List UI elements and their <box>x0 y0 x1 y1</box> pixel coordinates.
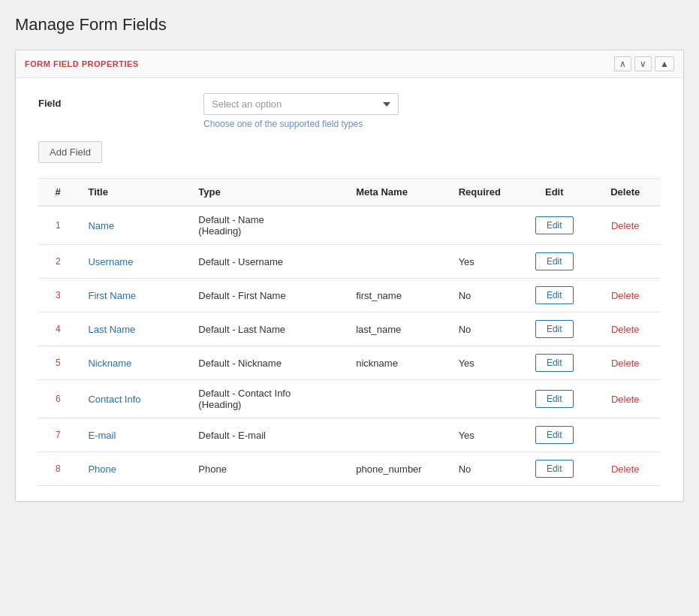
cell-delete: Delete <box>590 346 661 380</box>
delete-button[interactable]: Delete <box>608 321 643 338</box>
panel-title-prefix: FORM FIELD <box>25 59 79 68</box>
cell-edit: Edit <box>519 245 589 279</box>
cell-edit: Edit <box>519 452 589 486</box>
table-row: 4Last NameDefault - Last Namelast_nameNo… <box>38 313 661 346</box>
cell-title: Phone <box>77 452 188 486</box>
panel-header-title: FORM FIELD PROPERTIES <box>25 59 139 68</box>
field-type-select[interactable]: Select an option <box>203 93 399 115</box>
cell-edit: Edit <box>519 346 589 380</box>
page-title: Manage Form Fields <box>15 15 684 35</box>
cell-type: Default - Last Name <box>188 313 345 346</box>
table-body: 1NameDefault - Name(Heading)EditDelete2U… <box>38 206 661 486</box>
add-field-button[interactable]: Add Field <box>38 141 102 163</box>
panel-title-highlight: PROPERTIES <box>79 59 138 68</box>
col-header-edit: Edit <box>519 179 589 206</box>
cell-required <box>448 380 519 418</box>
collapse-down-button[interactable]: ∨ <box>634 56 652 71</box>
cell-delete: Delete <box>590 206 661 245</box>
edit-button[interactable]: Edit <box>535 252 574 270</box>
cell-meta: first_name <box>345 279 447 313</box>
cell-type: Default - Name(Heading) <box>188 206 345 245</box>
table-header-row: # Title Type Meta Name Required Edit Del… <box>38 179 661 206</box>
col-header-delete: Delete <box>590 179 661 206</box>
cell-type: Default - Nickname <box>188 346 345 380</box>
cell-num: 3 <box>38 279 77 313</box>
field-hint: Choose one of the supported field types <box>203 119 661 129</box>
cell-num: 5 <box>38 346 77 380</box>
cell-num: 4 <box>38 313 77 346</box>
delete-button[interactable]: Delete <box>608 217 643 234</box>
field-control-wrap: Select an option Choose one of the suppo… <box>203 93 661 129</box>
cell-required: Yes <box>448 346 519 380</box>
table-row: 6Contact InfoDefault - Contact Info(Head… <box>38 380 661 418</box>
cell-meta: nickname <box>345 346 447 380</box>
cell-edit: Edit <box>519 418 589 452</box>
panel-body: Field Select an option Choose one of the… <box>16 78 683 501</box>
collapse-up-button[interactable]: ∧ <box>614 56 631 71</box>
delete-button[interactable]: Delete <box>608 391 643 408</box>
col-header-required: Required <box>448 179 519 206</box>
col-header-type: Type <box>188 179 345 206</box>
edit-button[interactable]: Edit <box>535 320 574 338</box>
fields-table: # Title Type Meta Name Required Edit Del… <box>38 179 661 486</box>
cell-delete: Delete <box>590 313 661 346</box>
cell-title: First Name <box>77 279 188 313</box>
cell-meta: last_name <box>345 313 447 346</box>
cell-edit: Edit <box>519 380 589 418</box>
table-row: 7E-mailDefault - E-mailYesEdit <box>38 418 661 452</box>
edit-button[interactable]: Edit <box>535 354 574 372</box>
cell-required: Yes <box>448 245 519 279</box>
cell-required: No <box>448 313 519 346</box>
cell-required: No <box>448 452 519 486</box>
expand-button[interactable]: ▲ <box>655 56 674 71</box>
form-fields-panel: FORM FIELD PROPERTIES ∧ ∨ ▲ Field Select… <box>15 50 684 502</box>
table-row: 3First NameDefault - First Namefirst_nam… <box>38 279 661 313</box>
cell-meta <box>345 245 447 279</box>
cell-num: 6 <box>38 380 77 418</box>
cell-meta: phone_number <box>345 452 447 486</box>
table-row: 8PhonePhonephone_numberNoEditDelete <box>38 452 661 486</box>
edit-button[interactable]: Edit <box>535 460 574 478</box>
cell-delete: Delete <box>590 452 661 486</box>
cell-meta <box>345 380 447 418</box>
delete-button[interactable]: Delete <box>608 460 643 478</box>
cell-required: Yes <box>448 418 519 452</box>
col-header-num: # <box>38 179 77 206</box>
cell-delete <box>590 418 661 452</box>
panel-header: FORM FIELD PROPERTIES ∧ ∨ ▲ <box>16 50 683 78</box>
cell-required: No <box>448 279 519 313</box>
table-row: 2UsernameDefault - UsernameYesEdit <box>38 245 661 279</box>
panel-header-controls: ∧ ∨ ▲ <box>614 56 674 71</box>
cell-type: Default - E-mail <box>188 418 345 452</box>
cell-title: Nickname <box>77 346 188 380</box>
cell-title: Contact Info <box>77 380 188 418</box>
cell-type: Phone <box>188 452 345 486</box>
cell-type: Default - First Name <box>188 279 345 313</box>
edit-button[interactable]: Edit <box>535 286 574 304</box>
cell-num: 8 <box>38 452 77 486</box>
cell-meta <box>345 418 447 452</box>
edit-button[interactable]: Edit <box>535 216 574 234</box>
edit-button[interactable]: Edit <box>535 390 574 408</box>
delete-button[interactable]: Delete <box>608 355 643 372</box>
cell-title: E-mail <box>77 418 188 452</box>
cell-edit: Edit <box>519 313 589 346</box>
edit-button[interactable]: Edit <box>535 426 574 444</box>
cell-meta <box>345 206 447 245</box>
field-row: Field Select an option Choose one of the… <box>38 93 661 129</box>
cell-delete: Delete <box>590 380 661 418</box>
fields-table-wrap: # Title Type Meta Name Required Edit Del… <box>38 178 661 486</box>
cell-type: Default - Username <box>188 245 345 279</box>
cell-delete: Delete <box>590 279 661 313</box>
cell-type: Default - Contact Info(Heading) <box>188 380 345 418</box>
col-header-meta: Meta Name <box>345 179 447 206</box>
cell-title: Name <box>77 206 188 245</box>
table-row: 1NameDefault - Name(Heading)EditDelete <box>38 206 661 245</box>
table-row: 5NicknameDefault - NicknamenicknameYesEd… <box>38 346 661 380</box>
cell-edit: Edit <box>519 206 589 245</box>
cell-title: Username <box>77 245 188 279</box>
cell-edit: Edit <box>519 279 589 313</box>
cell-num: 2 <box>38 245 77 279</box>
delete-button[interactable]: Delete <box>608 287 643 304</box>
cell-delete <box>590 245 661 279</box>
